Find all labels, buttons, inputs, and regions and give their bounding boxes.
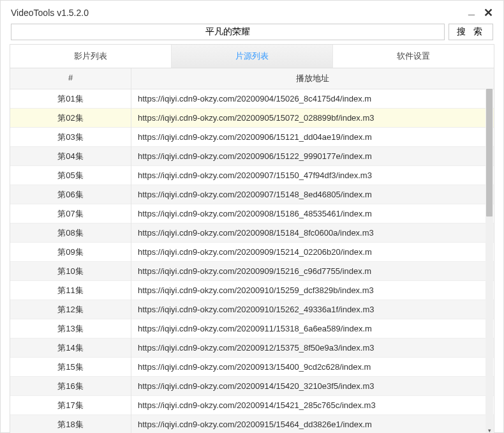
episode-cell: 第11集 — [10, 280, 131, 301]
episode-cell: 第08集 — [10, 223, 131, 243]
search-button[interactable]: 搜 索 — [448, 24, 493, 40]
episode-cell: 第06集 — [10, 185, 131, 205]
episode-cell: 第15集 — [10, 357, 131, 377]
episode-cell: 第04集 — [10, 146, 131, 167]
scrollbar[interactable]: ▾ — [485, 89, 493, 433]
tab-1[interactable]: 片源列表 — [172, 45, 333, 68]
table-row[interactable]: 第08集https://iqiyi.cdn9-okzy.com/20200908… — [10, 224, 494, 243]
table-row[interactable]: 第12集https://iqiyi.cdn9-okzy.com/20200910… — [10, 300, 494, 319]
url-cell: https://iqiyi.cdn9-okzy.com/20200912/153… — [131, 338, 494, 357]
table-row[interactable]: 第01集https://iqiyi.cdn9-okzy.com/20200904… — [10, 89, 494, 109]
url-cell: https://iqiyi.cdn9-okzy.com/20200908/151… — [131, 224, 494, 242]
url-cell: https://iqiyi.cdn9-okzy.com/20200910/152… — [131, 300, 494, 319]
table-row[interactable]: 第15集https://iqiyi.cdn9-okzy.com/20200913… — [10, 358, 494, 377]
table-row[interactable]: 第03集https://iqiyi.cdn9-okzy.com/20200906… — [10, 128, 494, 147]
table-row[interactable]: 第11集https://iqiyi.cdn9-okzy.com/20200910… — [10, 281, 494, 300]
url-cell: https://iqiyi.cdn9-okzy.com/20200905/150… — [131, 109, 494, 127]
episode-cell: 第10集 — [10, 261, 131, 282]
url-cell: https://iqiyi.cdn9-okzy.com/20200914/154… — [131, 396, 494, 414]
table-row[interactable]: 第10集https://iqiyi.cdn9-okzy.com/20200909… — [10, 262, 494, 281]
url-cell: https://iqiyi.cdn9-okzy.com/20200908/151… — [131, 204, 494, 223]
episode-cell: 第13集 — [10, 319, 131, 339]
table-row[interactable]: 第05集https://iqiyi.cdn9-okzy.com/20200907… — [10, 166, 494, 185]
url-cell: https://iqiyi.cdn9-okzy.com/20200909/152… — [131, 243, 494, 261]
episode-cell: 第03集 — [10, 127, 131, 148]
scroll-thumb[interactable] — [486, 89, 493, 216]
url-cell: https://iqiyi.cdn9-okzy.com/20200914/154… — [131, 377, 494, 395]
episode-cell: 第01集 — [10, 89, 131, 109]
episode-cell: 第09集 — [10, 242, 131, 262]
table-row[interactable]: 第17集https://iqiyi.cdn9-okzy.com/20200914… — [10, 396, 494, 415]
episode-cell: 第18集 — [10, 414, 131, 434]
table-row[interactable]: 第14集https://iqiyi.cdn9-okzy.com/20200912… — [10, 338, 494, 358]
url-cell: https://iqiyi.cdn9-okzy.com/20200906/151… — [131, 147, 494, 165]
tab-2[interactable]: 软件设置 — [333, 45, 494, 68]
episode-cell: 第16集 — [10, 376, 131, 397]
search-row: 搜 索 — [8, 24, 496, 44]
url-cell: https://iqiyi.cdn9-okzy.com/20200910/152… — [131, 281, 494, 300]
scroll-down-icon[interactable]: ▾ — [485, 427, 493, 433]
tabs: 影片列表片源列表软件设置 — [10, 44, 494, 68]
window-title: VideoTools v1.5.2.0 — [11, 8, 89, 18]
url-cell: https://iqiyi.cdn9-okzy.com/20200904/150… — [131, 89, 494, 108]
search-input[interactable] — [11, 24, 445, 40]
header-url[interactable]: 播放地址 — [131, 68, 494, 89]
table-row[interactable]: 第02集https://iqiyi.cdn9-okzy.com/20200905… — [10, 109, 494, 128]
episode-cell: 第07集 — [10, 204, 131, 224]
minimize-icon[interactable]: _ — [468, 4, 475, 16]
table-row[interactable]: 第07集https://iqiyi.cdn9-okzy.com/20200908… — [10, 204, 494, 224]
episode-cell: 第12集 — [10, 300, 131, 320]
url-cell: https://iqiyi.cdn9-okzy.com/20200907/151… — [131, 185, 494, 204]
table-row[interactable]: 第13集https://iqiyi.cdn9-okzy.com/20200911… — [10, 319, 494, 338]
table-row[interactable]: 第06集https://iqiyi.cdn9-okzy.com/20200907… — [10, 185, 494, 204]
episode-cell: 第17集 — [10, 395, 131, 416]
url-cell: https://iqiyi.cdn9-okzy.com/20200915/154… — [131, 415, 494, 433]
url-cell: https://iqiyi.cdn9-okzy.com/20200906/151… — [131, 128, 494, 146]
url-cell: https://iqiyi.cdn9-okzy.com/20200907/151… — [131, 166, 494, 185]
url-cell: https://iqiyi.cdn9-okzy.com/20200909/152… — [131, 262, 494, 280]
episode-cell: 第05集 — [10, 165, 131, 186]
table-row[interactable]: 第04集https://iqiyi.cdn9-okzy.com/20200906… — [10, 147, 494, 166]
episode-cell: 第02集 — [10, 108, 131, 128]
table-row[interactable]: 第16集https://iqiyi.cdn9-okzy.com/20200914… — [10, 377, 494, 396]
header-index[interactable]: # — [10, 68, 131, 89]
close-icon[interactable]: ✕ — [484, 7, 493, 19]
app-window: VideoTools v1.5.2.0 _ ✕ 搜 索 影片列表片源列表软件设置… — [0, 0, 504, 433]
table-container: # 播放地址 第01集https://iqiyi.cdn9-okzy.com/2… — [10, 68, 494, 433]
url-cell: https://iqiyi.cdn9-okzy.com/20200913/154… — [131, 358, 494, 376]
episode-cell: 第14集 — [10, 338, 131, 358]
table-header: # 播放地址 — [10, 68, 494, 89]
window-controls: _ ✕ — [468, 7, 493, 19]
url-cell: https://iqiyi.cdn9-okzy.com/20200911/153… — [131, 319, 494, 338]
tab-0[interactable]: 影片列表 — [10, 45, 172, 68]
table-body: 第01集https://iqiyi.cdn9-okzy.com/20200904… — [10, 89, 494, 433]
table-row[interactable]: 第09集https://iqiyi.cdn9-okzy.com/20200909… — [10, 243, 494, 262]
table-row[interactable]: 第18集https://iqiyi.cdn9-okzy.com/20200915… — [10, 415, 494, 433]
titlebar: VideoTools v1.5.2.0 _ ✕ — [8, 6, 496, 24]
